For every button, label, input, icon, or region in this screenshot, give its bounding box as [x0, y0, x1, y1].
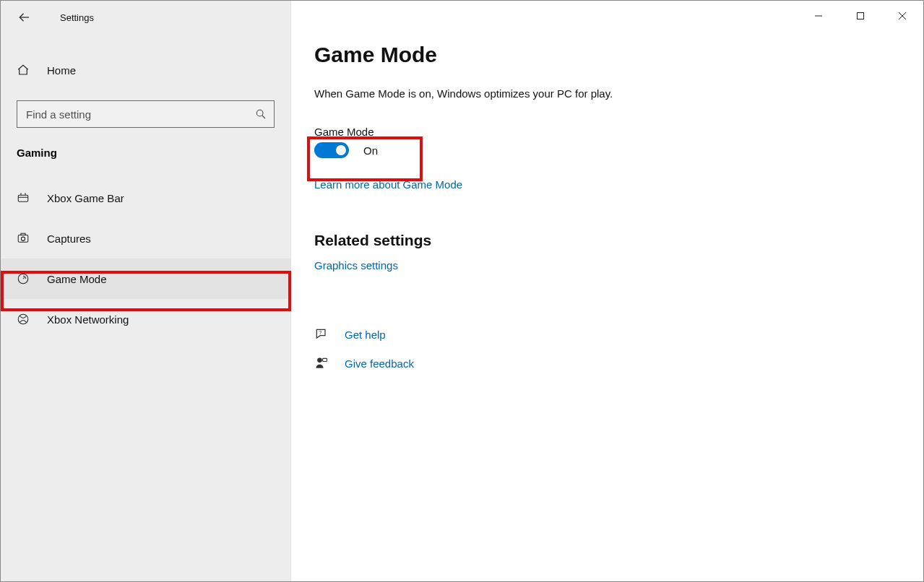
sidebar-item-xbox-networking[interactable]: Xbox Networking [1, 299, 290, 339]
nav-list: Xbox Game Bar Captures [1, 178, 290, 339]
sidebar: Settings Home Gamin [1, 1, 291, 581]
related-settings-header: Related settings [314, 232, 923, 249]
sidebar-item-captures[interactable]: Captures [1, 218, 290, 259]
svg-rect-14 [858, 13, 864, 19]
feedback-icon [314, 356, 329, 370]
svg-rect-8 [21, 233, 25, 235]
home-nav[interactable]: Home [1, 50, 290, 90]
gamebar-icon [17, 191, 30, 204]
svg-rect-19 [323, 358, 327, 361]
back-button[interactable] [17, 9, 33, 25]
toggle-knob [336, 145, 346, 155]
back-arrow-icon [18, 11, 31, 24]
maximize-icon [856, 12, 865, 20]
svg-point-1 [256, 110, 263, 116]
give-feedback-link[interactable]: Give feedback [345, 357, 414, 370]
search-box[interactable] [17, 100, 275, 128]
get-help-row[interactable]: ? Get help [314, 320, 923, 349]
app-title: Settings [60, 12, 94, 23]
close-icon [898, 12, 907, 20]
help-icon: ? [314, 327, 329, 342]
titlebar: Settings [1, 1, 290, 34]
svg-point-18 [317, 358, 322, 363]
home-icon [17, 64, 30, 77]
sidebar-item-label: Xbox Game Bar [47, 192, 124, 204]
learn-more-link[interactable]: Learn more about Game Mode [314, 178, 462, 191]
game-mode-toggle-block: Game Mode On [314, 123, 923, 161]
sidebar-item-label: Game Mode [47, 273, 107, 285]
get-help-link[interactable]: Get help [345, 329, 386, 341]
gamemode-icon [17, 272, 30, 285]
minimize-button[interactable] [798, 1, 839, 31]
svg-line-2 [262, 116, 265, 118]
sidebar-item-xbox-game-bar[interactable]: Xbox Game Bar [1, 178, 290, 218]
captures-icon [17, 232, 30, 245]
page-description: When Game Mode is on, Windows optimizes … [314, 87, 923, 100]
maximize-button[interactable] [839, 1, 881, 31]
give-feedback-row[interactable]: Give feedback [314, 349, 923, 378]
minimize-icon [814, 12, 823, 20]
svg-rect-3 [18, 195, 28, 201]
game-mode-toggle[interactable] [314, 142, 349, 158]
svg-line-11 [23, 277, 25, 279]
close-button[interactable] [881, 1, 923, 31]
search-input[interactable] [26, 108, 255, 121]
xbox-icon [17, 313, 30, 326]
toggle-state: On [363, 144, 378, 157]
graphics-settings-link[interactable]: Graphics settings [314, 259, 398, 272]
search-icon [255, 108, 267, 120]
home-label: Home [47, 64, 76, 77]
svg-text:?: ? [319, 329, 321, 336]
sidebar-item-game-mode[interactable]: Game Mode [1, 259, 290, 299]
svg-point-9 [21, 237, 25, 240]
sidebar-item-label: Xbox Networking [47, 313, 129, 326]
sidebar-item-label: Captures [47, 233, 91, 245]
toggle-label: Game Mode [314, 126, 923, 138]
page-title: Game Mode [314, 43, 923, 67]
category-header: Gaming [17, 147, 290, 159]
svg-point-12 [18, 314, 28, 324]
main-content: Game Mode When Game Mode is on, Windows … [291, 1, 923, 581]
